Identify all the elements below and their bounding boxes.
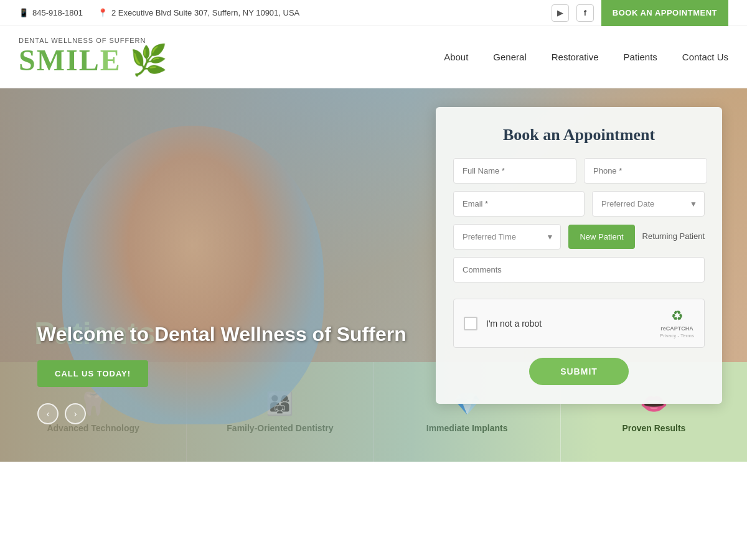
recaptcha-links: Privacy - Terms	[660, 333, 694, 338]
name-phone-row	[453, 158, 705, 184]
appointment-title: Book an Appointment	[453, 126, 705, 144]
nav-link-patients[interactable]: Patients	[624, 52, 657, 62]
logo: DENTAL WELLNESS OF SUFFERN SMILE 🌿	[19, 37, 169, 77]
hero-welcome-text: Welcome to Dental Wellness of Suffern	[37, 322, 406, 348]
nav-link-restorative[interactable]: Restorative	[552, 52, 599, 62]
recaptcha-logo: ♻ reCAPTCHA Privacy - Terms	[660, 308, 694, 338]
navbar: DENTAL WELLNESS OF SUFFERN SMILE 🌿 About…	[0, 26, 747, 88]
submit-button[interactable]: SUBMIT	[529, 358, 629, 385]
phone-icon: 📱	[19, 8, 29, 17]
logo-smile-text: SMILE 🌿	[19, 44, 169, 77]
youtube-icon[interactable]: ▶	[552, 4, 569, 22]
preferred-date-wrapper: Preferred Date ▼	[592, 191, 705, 217]
address-contact: 📍 2 Executive Blvd Suite 307, Suffern, N…	[98, 8, 299, 17]
recaptcha-brand: reCAPTCHA	[660, 325, 693, 332]
top-bar-left: 📱 845-918-1801 📍 2 Executive Blvd Suite …	[19, 8, 299, 17]
smile-text: SMIL	[19, 44, 100, 77]
phone-number: 845-918-1801	[32, 8, 83, 17]
location-icon: 📍	[98, 8, 108, 17]
book-appointment-top-button[interactable]: BOOK AN APPOINTMENT	[601, 0, 728, 26]
preferred-time-select[interactable]: Preferred Time	[453, 224, 561, 250]
preferred-date-select[interactable]: Preferred Date	[592, 191, 705, 217]
carousel-prev-button[interactable]: ‹	[37, 403, 59, 424]
captcha-checkbox[interactable]	[464, 317, 477, 330]
email-date-row: Preferred Date ▼	[453, 191, 705, 217]
nav-link-general[interactable]: General	[493, 52, 526, 62]
carousel-next-button[interactable]: ›	[65, 403, 86, 424]
time-patient-row: Preferred Time ▼ New Patient Returning P…	[453, 224, 705, 250]
nav-item-contact[interactable]: Contact Us	[682, 52, 728, 63]
carousel-controls: ‹ ›	[37, 403, 86, 424]
logo-leaf: E 🌿	[100, 44, 169, 77]
address-text: 2 Executive Blvd Suite 307, Suffern, NY …	[111, 8, 299, 17]
nav-item-restorative[interactable]: Restorative	[552, 52, 599, 63]
hero-section: Patients Welcome to Dental Wellness of S…	[0, 88, 747, 462]
returning-patient-label: Returning Patient	[642, 231, 705, 242]
call-today-button[interactable]: CALL US TODAY!	[37, 360, 148, 387]
nav-item-patients[interactable]: Patients	[624, 52, 657, 63]
top-bar: 📱 845-918-1801 📍 2 Executive Blvd Suite …	[0, 0, 747, 26]
comments-input[interactable]	[453, 257, 705, 282]
facebook-icon[interactable]: f	[576, 4, 594, 22]
full-name-input[interactable]	[453, 158, 576, 184]
phone-input[interactable]	[584, 158, 707, 184]
nav-item-general[interactable]: General	[493, 52, 526, 63]
new-patient-button[interactable]: New Patient	[568, 225, 634, 249]
nav-link-contact[interactable]: Contact Us	[682, 52, 728, 62]
phone-contact: 📱 845-918-1801	[19, 8, 83, 17]
nav-link-about[interactable]: About	[444, 52, 468, 62]
recaptcha-icon: ♻	[671, 308, 684, 324]
comments-row	[453, 257, 705, 291]
appointment-card: Book an Appointment Preferred Date ▼ Pre…	[436, 107, 722, 404]
nav-links: About General Restorative Patients Conta…	[444, 52, 728, 63]
captcha-box: I'm not a robot ♻ reCAPTCHA Privacy - Te…	[453, 299, 705, 348]
captcha-label: I'm not a robot	[486, 319, 651, 329]
top-bar-right: ▶ f BOOK AN APPOINTMENT	[552, 0, 728, 26]
email-input[interactable]	[453, 191, 585, 217]
nav-item-about[interactable]: About	[444, 52, 468, 63]
preferred-time-wrapper: Preferred Time ▼	[453, 224, 561, 250]
hero-overlay-text: Patients Welcome to Dental Wellness of S…	[37, 322, 406, 387]
